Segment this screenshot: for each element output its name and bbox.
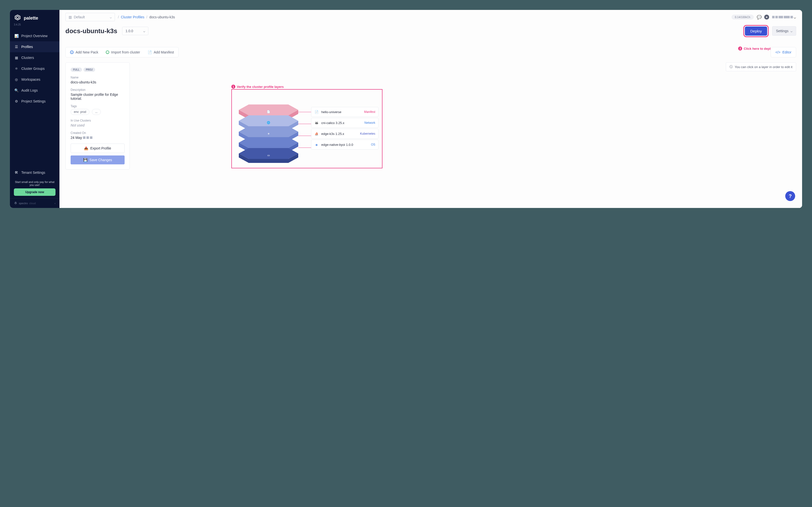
badge-full: FULL — [70, 68, 82, 72]
add-manifest-button[interactable]: 📄Add Manifest — [148, 50, 174, 54]
promo-text: Start small and only pay for what you us… — [14, 180, 55, 186]
import-cluster-button[interactable]: ↓Import from cluster — [106, 50, 140, 54]
chevron-left-icon: ‹ — [54, 202, 55, 205]
profile-name: docs-ubuntu-k3s — [70, 80, 124, 84]
breadcrumb: / Cluster Profiles / docs-ubuntu-k3s — [118, 15, 175, 19]
layer-row-manifest[interactable]: 📄 hello-universe Manifest — [311, 107, 378, 117]
actions-bar: +Add New Pack ↓Import from cluster 📄Add … — [65, 47, 796, 57]
grid-icon: ▦ — [14, 56, 18, 60]
project-icon: ▥ — [68, 15, 72, 19]
version-label: 3.4.25 — [10, 23, 59, 31]
nav-audit-logs[interactable]: 🔍Audit Logs — [10, 85, 59, 96]
content-area: +Add New Pack ↓Import from cluster 📄Add … — [59, 40, 802, 175]
k3s-icon: ⛵ — [314, 131, 319, 136]
chevron-down-icon: ⌵ — [110, 15, 112, 19]
user-menu[interactable]: ⌵ — [772, 15, 796, 19]
topbar: ▥ Default ⌵ / Cluster Profiles / docs-ub… — [59, 10, 802, 24]
created-on: 24 May — [70, 136, 124, 139]
main-content: ▥ Default ⌵ / Cluster Profiles / docs-ub… — [59, 10, 802, 208]
calico-icon: 🦝 — [314, 121, 319, 125]
chevron-down-icon: ⌵ — [791, 29, 793, 33]
nav: 📊Project Overview ☰Profiles ▦Clusters ⚛C… — [10, 31, 59, 178]
export-icon: 📤 — [84, 146, 88, 150]
layer-row-kubernetes[interactable]: ⛵ edge-k3s 1.25.x Kubernetes — [311, 129, 378, 138]
header-row: docs-ubuntu-k3s 1.0.0 ⌵ Deploy Settings … — [59, 24, 802, 40]
inuse-value: Not used — [70, 123, 124, 127]
add-pack-button[interactable]: +Add New Pack — [70, 50, 98, 54]
nav-tenant-settings[interactable]: 🛠Tenant Settings — [10, 167, 59, 178]
nav-clusters[interactable]: ▦Clusters — [10, 52, 59, 63]
usage-pill: 0.14/100kCh — [731, 15, 754, 19]
logo-area: palette — [10, 10, 59, 23]
brand-name: palette — [24, 16, 38, 21]
workspace-icon: ◎ — [14, 77, 18, 81]
nav-project-overview[interactable]: 📊Project Overview — [10, 31, 59, 41]
code-icon: </> — [775, 50, 780, 54]
window-icon: ▭ — [267, 154, 270, 157]
actions-left: +Add New Pack ↓Import from cluster 📄Add … — [65, 47, 179, 57]
upgrade-button[interactable]: Upgrade now — [14, 188, 55, 196]
nav-cluster-groups[interactable]: ⚛Cluster Groups — [10, 63, 59, 74]
layer-stack: 📄 🌐 ⎈ ▭ — [239, 105, 298, 159]
doc-icon: 📄 — [267, 110, 270, 113]
settings-dropdown[interactable]: Settings ⌵ — [772, 26, 796, 36]
os-icon: ◈ — [314, 143, 319, 147]
gear-icon: ⚙ — [14, 99, 18, 103]
details-card: FULL PROJ Name docs-ubuntu-k3s Descripti… — [65, 62, 130, 170]
info-hint: ⓘYou can click on a layer in order to ed… — [726, 62, 796, 71]
tag-more[interactable]: ... — [92, 109, 101, 115]
layer-hex-os[interactable]: ▭ — [239, 148, 298, 163]
layer-list: 📄 hello-universe Manifest 🦝 cni-calico 3… — [311, 107, 378, 150]
version-dropdown[interactable]: 1.0.0 ⌵ — [122, 27, 148, 35]
promo-box: Start small and only pay for what you us… — [10, 178, 59, 198]
profile-description: Sample cluster profile for Edge tutorial… — [70, 93, 124, 101]
save-icon: 💾 — [83, 158, 88, 162]
layer-row-network[interactable]: 🦝 cni-calico 3.25.x Network — [311, 118, 378, 128]
brand-logo-icon — [14, 14, 21, 22]
file-icon: 📄 — [314, 110, 319, 114]
save-changes-button[interactable]: 💾Save Changes — [70, 156, 124, 164]
graph-icon: ⚛ — [14, 67, 18, 70]
deploy-button[interactable]: Deploy — [745, 26, 767, 36]
star-icon[interactable]: ★ — [764, 15, 769, 19]
help-fab[interactable]: ? — [785, 191, 795, 201]
editor-button[interactable]: </>Editor — [771, 47, 796, 57]
nav-project-settings[interactable]: ⚙Project Settings — [10, 96, 59, 107]
badge-proj: PROJ — [84, 68, 95, 72]
breadcrumb-link[interactable]: Cluster Profiles — [121, 15, 144, 19]
info-icon: ⓘ — [729, 65, 733, 69]
layers-icon: ☰ — [14, 45, 18, 49]
spectro-logo-icon — [14, 202, 17, 205]
nav-profiles[interactable]: ☰Profiles — [10, 41, 59, 52]
sidebar-footer[interactable]: spectro cloud ‹ — [10, 198, 59, 208]
chevron-down-icon: ⌵ — [794, 15, 796, 19]
svg-marker-6 — [239, 137, 298, 148]
chat-icon[interactable]: 💬 — [757, 15, 761, 19]
chart-icon: 📊 — [14, 34, 18, 38]
chevron-down-icon: ⌵ — [143, 29, 145, 33]
layer-row-os[interactable]: ◈ edge-native-byoi 1.0.0 OS — [311, 139, 378, 150]
globe-icon: 🌐 — [267, 121, 270, 124]
tag-pill[interactable]: env: prod — [70, 109, 90, 115]
project-dropdown[interactable]: ▥ Default ⌵ — [65, 13, 115, 21]
search-doc-icon: 🔍 — [14, 89, 18, 92]
export-profile-button[interactable]: 📤Export Profile — [70, 144, 124, 153]
page-title: docs-ubuntu-k3s — [65, 27, 117, 35]
app-window: palette 3.4.25 📊Project Overview ☰Profil… — [10, 10, 802, 208]
helm-icon: ⎈ — [268, 132, 269, 135]
breadcrumb-current: docs-ubuntu-k3s — [149, 15, 175, 19]
layers-area: ⓘYou can click on a layer in order to ed… — [135, 62, 796, 170]
file-icon: 📄 — [148, 50, 152, 54]
callout-1: 1Verify the cluster profile layers — [232, 84, 284, 89]
nav-workspaces[interactable]: ◎Workspaces — [10, 74, 59, 85]
sidebar: palette 3.4.25 📊Project Overview ☰Profil… — [10, 10, 59, 208]
tools-icon: 🛠 — [14, 171, 18, 174]
